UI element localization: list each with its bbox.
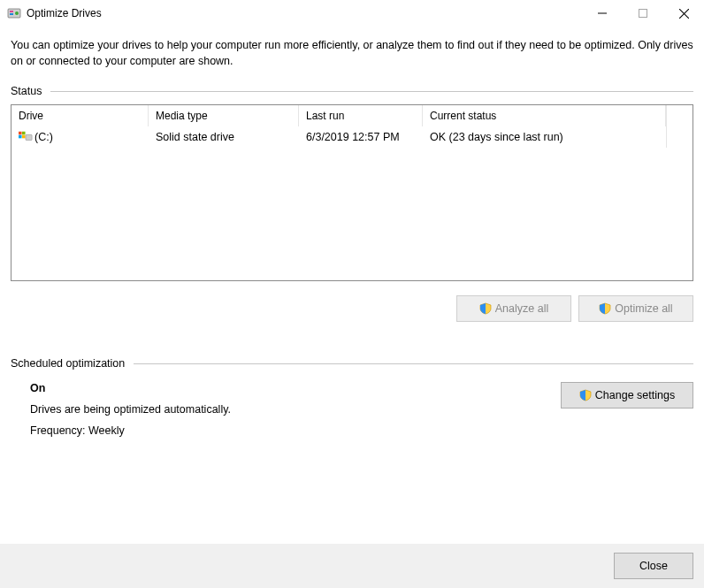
titlebar: Optimize Drives (0, 0, 704, 27)
svg-rect-5 (639, 10, 647, 18)
divider (50, 91, 693, 92)
scheduled-frequency: Frequency: Weekly (30, 424, 561, 437)
col-header-status[interactable]: Current status (423, 105, 666, 126)
window-controls (582, 0, 704, 27)
col-header-media[interactable]: Media type (149, 105, 299, 126)
cell-media: Solid state drive (149, 126, 299, 148)
window-title: Optimize Drives (27, 7, 102, 19)
optimize-all-button: Optimize all (578, 295, 693, 322)
svg-rect-12 (26, 135, 32, 141)
maximize-button (623, 0, 663, 27)
svg-rect-10 (19, 135, 22, 139)
change-settings-label: Change settings (595, 389, 675, 401)
close-button[interactable]: Close (614, 553, 693, 579)
cell-drive: (C:) (11, 126, 149, 148)
optimize-all-label: Optimize all (615, 302, 672, 315)
status-buttons: Analyze all Optimize all (11, 295, 693, 322)
intro-text: You can optimize your drives to help you… (11, 37, 693, 69)
change-settings-button[interactable]: Change settings (561, 382, 693, 409)
table-row[interactable]: (C:) Solid state drive 6/3/2019 12:57 PM… (11, 126, 693, 148)
shield-icon (579, 389, 592, 401)
scheduled-state: On (30, 382, 561, 394)
divider (134, 363, 693, 364)
svg-point-3 (15, 11, 19, 15)
svg-rect-1 (10, 11, 13, 12)
shield-icon (479, 302, 492, 315)
svg-rect-8 (19, 132, 22, 135)
svg-rect-9 (22, 132, 26, 135)
col-header-lastrun[interactable]: Last run (299, 105, 423, 126)
col-header-drive[interactable]: Drive (11, 105, 149, 126)
analyze-all-button: Analyze all (456, 295, 571, 322)
shield-icon (599, 302, 611, 315)
svg-rect-11 (22, 135, 26, 139)
status-label: Status (11, 85, 50, 97)
drive-icon (19, 130, 33, 144)
app-icon (7, 6, 21, 20)
close-window-button[interactable] (663, 0, 704, 27)
close-label: Close (639, 560, 668, 572)
cell-drive-label: (C:) (34, 131, 53, 143)
col-header-tail (666, 105, 693, 126)
cell-status: OK (23 days since last run) (423, 126, 666, 148)
scheduled-desc: Drives are being optimized automatically… (30, 403, 561, 416)
analyze-all-label: Analyze all (495, 302, 548, 315)
drives-table[interactable]: Drive Media type Last run Current status… (11, 104, 693, 281)
svg-rect-2 (10, 13, 13, 15)
footer: Close (0, 544, 704, 588)
table-header-row: Drive Media type Last run Current status (11, 105, 693, 126)
scheduled-label: Scheduled optimization (11, 357, 134, 370)
scheduled-info: On Drives are being optimized automatica… (11, 382, 561, 446)
status-section-header: Status (11, 85, 693, 97)
scheduled-section-header: Scheduled optimization (11, 357, 693, 370)
cell-lastrun: 6/3/2019 12:57 PM (299, 126, 423, 148)
minimize-button[interactable] (582, 0, 623, 27)
